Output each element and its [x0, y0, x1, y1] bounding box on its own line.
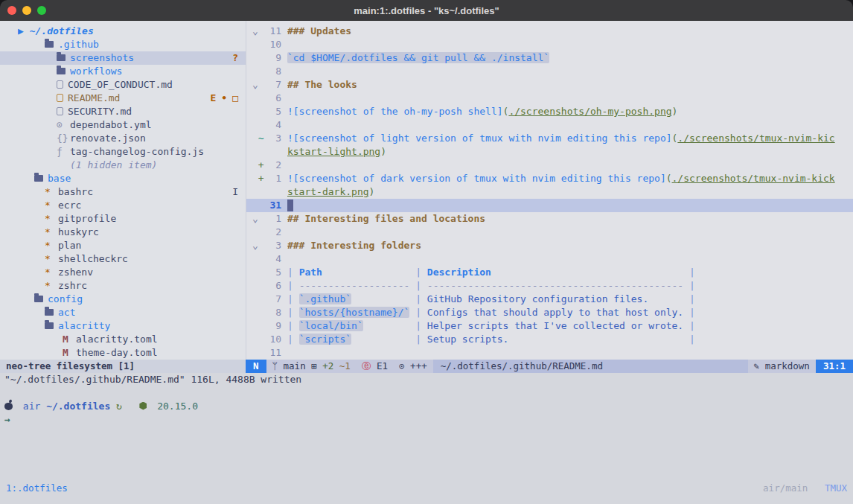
- tree-item-gitprofile[interactable]: *gitprofile: [0, 212, 246, 226]
- editor-line[interactable]: + 1 ![screenshot of dark version of tmux…: [246, 172, 853, 185]
- minimize-button[interactable]: [22, 6, 31, 15]
- text-segment: renovate.json: [70, 132, 146, 145]
- editor-line[interactable]: 11: [246, 346, 853, 360]
- diff-added: +2: [322, 360, 339, 373]
- editor-line[interactable]: 4: [246, 118, 853, 132]
- editor-line[interactable]: 6 | ------------------- | --------------…: [246, 279, 853, 293]
- editor-line[interactable]: 10 | `scripts` | Setup scripts. |: [246, 333, 853, 346]
- tree-item-zshenv[interactable]: *zshenv: [0, 266, 246, 279]
- editor-line[interactable]: 5 | Path | Description |: [246, 266, 853, 279]
- tree-item-act-folder[interactable]: act: [0, 306, 246, 319]
- dotfile-icon: *: [45, 239, 58, 252]
- editor-line[interactable]: 10: [246, 38, 853, 51]
- tree-item-screenshots-folder[interactable]: screenshots?: [0, 51, 246, 65]
- tree-item-readme-md[interactable]: README.mdE•□: [0, 92, 246, 105]
- cwd-label: ~/.dotfiles: [46, 400, 116, 413]
- gutter: + 2: [246, 159, 287, 172]
- tree-item-security-md[interactable]: SECURITY.md: [0, 105, 246, 118]
- tree-item-tag-changelog-config-js[interactable]: ƒtag-changelog-config.js: [0, 145, 246, 159]
- diff-icon: ⊞: [311, 360, 322, 373]
- text-segment: ): [672, 106, 678, 117]
- tmux-window-item[interactable]: 1:.dotfiles: [6, 482, 68, 495]
- dotfile-icon: *: [45, 279, 58, 293]
- tree-item-code-of-conduct-md[interactable]: CODE_OF_CONDUCT.md: [0, 78, 246, 92]
- tree-item-ecrc[interactable]: *ecrc: [0, 199, 246, 212]
- tree-item-theme-day-toml[interactable]: Mtheme-day.toml: [0, 346, 246, 360]
- editor-line[interactable]: 5 ![screenshot of the oh-my-posh shell](…: [246, 105, 853, 118]
- filetype-section: ✎ markdown: [748, 360, 816, 373]
- tree-item-renovate-json[interactable]: {}renovate.json: [0, 132, 246, 145]
- editor-line[interactable]: 4: [246, 252, 853, 266]
- text-segment: CODE_OF_CONDUCT.md: [68, 78, 173, 92]
- tree-item-alacritty-toml[interactable]: Malacritty.toml: [0, 333, 246, 346]
- editor-line[interactable]: 6: [246, 92, 853, 105]
- text-segment: shellcheckrc: [58, 252, 128, 266]
- text-segment: ### Updates: [287, 25, 351, 36]
- line-content: | ------------------- | ----------------…: [287, 279, 853, 293]
- editor-current-line[interactable]: 31: [246, 199, 853, 212]
- editor-line[interactable]: ⌄ 11 ### Updates: [246, 25, 853, 38]
- editor-line[interactable]: + 2: [246, 159, 853, 172]
- line-content: ### Updates: [287, 25, 853, 38]
- apple-icon: [4, 403, 13, 410]
- gutter: 31: [246, 199, 287, 212]
- blank-line: [0, 386, 853, 400]
- text-segment: |: [287, 334, 299, 345]
- editor-line[interactable]: 9 | `local/bin` | Helper scripts that I'…: [246, 319, 853, 333]
- editor-line[interactable]: 9 `cd $HOME/.dotfiles && git pull && ./i…: [246, 51, 853, 65]
- zoom-button[interactable]: [37, 6, 46, 15]
- tree-item-dependabot-yml[interactable]: ⊙dependabot.yml: [0, 118, 246, 132]
- tree-item-huskyrc[interactable]: *huskyrc: [0, 226, 246, 239]
- tree-item-zshrc[interactable]: *zshrc: [0, 279, 246, 293]
- text-segment: zshenv: [58, 266, 93, 279]
- gutter: 9: [246, 51, 287, 65]
- text-segment: `hosts/{hostname}/`: [299, 307, 410, 318]
- nvim-panes: ▶ ~/.dotfiles.githubscreenshots?workflow…: [0, 21, 853, 360]
- editor-line[interactable]: start-dark.png): [246, 185, 853, 199]
- tree-item-badges: E•□: [211, 92, 238, 105]
- editor-line[interactable]: ⌄ 1 ## Interesting files and locations: [246, 212, 853, 226]
- tree-item-bashrc[interactable]: *bashrcI: [0, 185, 246, 199]
- text-segment: Setup scripts.: [427, 334, 509, 345]
- close-button[interactable]: [7, 6, 16, 15]
- tmux-label: TMUX: [825, 482, 847, 495]
- text-segment: Path: [299, 267, 322, 278]
- prompt-arrow[interactable]: →: [0, 413, 853, 427]
- editor-line[interactable]: 8: [246, 65, 853, 78]
- tree-item-config-folder[interactable]: config: [0, 293, 246, 306]
- tree-item-dotfiles-root[interactable]: ▶ ~/.dotfiles: [0, 25, 246, 38]
- text-segment: start-dark.png: [287, 186, 369, 197]
- text-segment: |: [287, 267, 299, 278]
- tree-item-alacritty-folder[interactable]: alacritty: [0, 319, 246, 333]
- doc-icon: [57, 94, 63, 102]
- tree-item-plan[interactable]: *plan: [0, 239, 246, 252]
- untracked-badge: ?: [232, 51, 238, 65]
- doc-icon: [57, 80, 63, 89]
- tree-item-hidden-items[interactable]: (1 hidden item): [0, 159, 246, 172]
- tree-item-github-folder[interactable]: .github: [0, 38, 246, 51]
- editor-line[interactable]: 8 | `hosts/{hostname}/` | Configs that s…: [246, 306, 853, 319]
- text-segment: |: [409, 293, 426, 304]
- text-segment: [648, 293, 683, 304]
- line-content: `cd $HOME/.dotfiles && git pull && ./ins…: [287, 51, 853, 65]
- text-segment: dependabot.yml: [70, 118, 152, 132]
- text-segment: ----------------------------------------…: [427, 280, 683, 291]
- editor-line[interactable]: kstart-light.png): [246, 145, 853, 159]
- line-content: | `hosts/{hostname}/` | Configs that sho…: [287, 306, 853, 319]
- text-segment: |: [409, 307, 426, 318]
- text-segment: ![screenshot of the oh-my-posh shell]: [287, 106, 503, 117]
- titlebar: main:1:.dotfiles - "ks~/.dotfiles": [0, 0, 853, 21]
- tmux-session-info: air/main TMUX: [763, 482, 847, 495]
- editor-line[interactable]: 2: [246, 226, 853, 239]
- tree-item-base-folder[interactable]: base: [0, 172, 246, 185]
- line-content: [287, 118, 853, 132]
- editor-line[interactable]: 7 | `.github` | GitHub Repository config…: [246, 293, 853, 306]
- editor-line[interactable]: ~ 3 ![screenshot of light version of tmu…: [246, 132, 853, 145]
- text-segment: theme-day.toml: [76, 346, 158, 360]
- editor-line[interactable]: ⌄ 3 ### Interesting folders: [246, 239, 853, 252]
- folder-open-icon: [34, 296, 43, 302]
- text-segment: (1 hidden item): [70, 159, 157, 172]
- editor-line[interactable]: ⌄ 7 ## The looks: [246, 78, 853, 92]
- tree-item-shellcheckrc[interactable]: *shellcheckrc: [0, 252, 246, 266]
- tree-item-workflows-folder[interactable]: workflows: [0, 65, 246, 78]
